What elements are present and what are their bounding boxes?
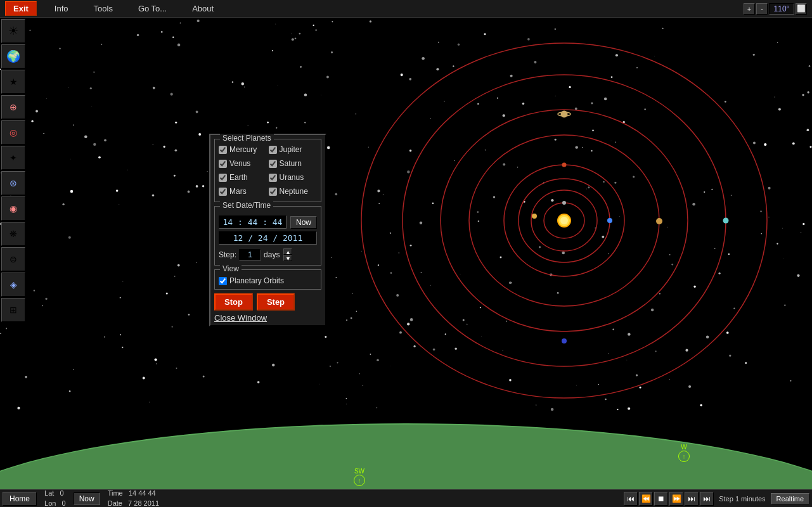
earth-label: Earth	[229, 173, 248, 182]
toolbar-diamond[interactable]: ◈	[1, 273, 25, 297]
svg-point-11	[532, 214, 537, 219]
planetary-orbits-row: Planetary Orbits	[219, 276, 317, 285]
mars-checkbox-row: Mars	[219, 187, 267, 196]
step-input[interactable]	[239, 249, 261, 260]
stop-button[interactable]: Stop	[214, 293, 253, 311]
uranus-label: Uranus	[280, 173, 304, 182]
now-button[interactable]: Now	[290, 216, 317, 229]
svg-point-14	[656, 218, 662, 224]
toolbar-dot[interactable]: ✦	[1, 146, 25, 170]
toolbar-crosshair[interactable]: ⊕	[1, 95, 25, 119]
mercury-label: Mercury	[229, 145, 257, 154]
toolbar-star[interactable]: ★	[1, 70, 25, 94]
planetary-orbits-checkbox[interactable]	[219, 277, 227, 285]
neptune-checkbox-row: Neptune	[269, 187, 318, 196]
lat-lon-display: Lat 0 Lon 0	[44, 489, 66, 507]
jupiter-label: Jupiter	[280, 145, 302, 154]
close-window-link[interactable]: Close Window	[214, 313, 325, 323]
step-back-button[interactable]: ⏪	[639, 492, 653, 506]
time-input[interactable]	[219, 215, 287, 229]
step-down-button[interactable]: ▼	[283, 255, 292, 261]
toolbar-circle[interactable]: ◉	[1, 196, 25, 221]
lon-display: Lon 0	[44, 499, 66, 508]
zoom-expand-button[interactable]: ⬜	[796, 3, 807, 15]
svg-point-9	[560, 217, 568, 224]
toolbar-grid[interactable]: ⊞	[1, 298, 25, 322]
toolbar-ring[interactable]: ◎	[1, 120, 25, 144]
orbits-view	[349, 37, 780, 404]
menu-bar: Exit Info Tools Go To... About + - 110° …	[0, 0, 812, 18]
step-up-button[interactable]: ▲	[283, 248, 292, 255]
step-unit: days	[264, 250, 280, 259]
goto-menu[interactable]: Go To...	[126, 1, 179, 16]
sw-compass: SW ↑	[354, 468, 365, 486]
step-forward-button[interactable]: ⏩	[669, 492, 683, 506]
rewind-button[interactable]: ⏮	[624, 492, 638, 506]
date-input[interactable]	[219, 231, 317, 245]
playback-controls: ⏮ ⏪ ⏹ ⏩ ⏭ ⏭ Step 1 minutes Realtime	[624, 492, 812, 506]
now-indicator: Now	[74, 492, 100, 505]
time-date-display: Time 14 44 44 Date 7 28 2011	[108, 489, 159, 507]
info-menu[interactable]: Info	[42, 1, 81, 16]
realtime-button[interactable]: Realtime	[771, 493, 809, 504]
exit-button[interactable]: Exit	[5, 1, 37, 16]
step-info: Step 1 minutes	[715, 495, 769, 503]
action-buttons: Stop Step	[214, 293, 325, 311]
time-row: Now	[219, 215, 317, 229]
zoom-out-button[interactable]: -	[756, 3, 768, 15]
step-row: Step: days ▲ ▼	[219, 248, 317, 261]
svg-point-10	[562, 201, 566, 205]
zoom-in-button[interactable]: +	[744, 3, 755, 15]
view-label: View	[220, 264, 242, 273]
time-display: Time 14 44 44	[108, 489, 159, 498]
venus-checkbox[interactable]	[219, 160, 227, 168]
mercury-checkbox-row: Mercury	[219, 145, 267, 154]
toolbar-minus-circle[interactable]: ⊜	[1, 247, 25, 271]
svg-point-18	[562, 338, 567, 343]
toolbar-earth[interactable]: 🌍	[1, 44, 25, 68]
home-button[interactable]: Home	[3, 492, 37, 506]
date-value: 7 28 2011	[128, 499, 159, 507]
step-label: Step:	[219, 250, 236, 259]
horizon-curve	[0, 423, 812, 490]
toolbar-sun[interactable]: ☀	[1, 19, 25, 43]
svg-point-15	[561, 111, 568, 118]
planets-checkboxes: Mercury Jupiter Venus Saturn	[219, 143, 317, 198]
svg-point-17	[723, 218, 729, 224]
sw-label: SW	[354, 468, 365, 475]
tools-menu[interactable]: Tools	[81, 1, 126, 16]
uranus-checkbox-row: Uranus	[269, 173, 318, 182]
w-label: W	[678, 444, 690, 451]
venus-label: Venus	[229, 159, 250, 168]
datetime-fields: Now	[219, 215, 317, 245]
zoom-controls: + - 110° ⬜	[744, 3, 812, 15]
lat-label: Lat	[44, 489, 54, 497]
toolbar-snowflake[interactable]: ❋	[1, 222, 25, 246]
saturn-checkbox[interactable]	[269, 160, 277, 168]
jupiter-checkbox[interactable]	[269, 146, 277, 154]
uranus-checkbox[interactable]	[269, 174, 277, 182]
lon-label: Lon	[44, 499, 56, 507]
mercury-checkbox[interactable]	[219, 146, 227, 154]
time-label: Time	[108, 489, 123, 497]
time-value: 14 44 44	[129, 489, 156, 497]
fast-forward-button[interactable]: ⏭	[685, 492, 699, 506]
step-button[interactable]: Step	[257, 293, 295, 311]
toolbar-spiral[interactable]: ⊛	[1, 171, 25, 195]
neptune-checkbox[interactable]	[269, 188, 277, 196]
zoom-value: 110°	[769, 3, 794, 15]
left-toolbar: ☀ 🌍 ★ ⊕ ◎ ✦ ⊛ ◉ ❋ ⊜ ◈ ⊞	[0, 18, 27, 398]
lon-value: 0	[62, 499, 66, 507]
select-planets-label: Select Planets	[220, 134, 274, 143]
w-compass: W ↑	[678, 444, 690, 462]
earth-checkbox[interactable]	[219, 174, 227, 182]
about-menu[interactable]: About	[179, 1, 226, 16]
saturn-checkbox-row: Saturn	[269, 159, 318, 168]
mars-checkbox[interactable]	[219, 188, 227, 196]
stop-btn[interactable]: ⏹	[654, 492, 668, 506]
lat-display: Lat 0	[44, 489, 66, 498]
status-bar: Home Lat 0 Lon 0 Now Time 14 44 44 Date …	[0, 489, 812, 507]
svg-point-13	[562, 163, 567, 167]
select-planets-group: Select Planets Mercury Jupiter Venus	[214, 139, 321, 202]
end-button[interactable]: ⏭	[700, 492, 714, 506]
